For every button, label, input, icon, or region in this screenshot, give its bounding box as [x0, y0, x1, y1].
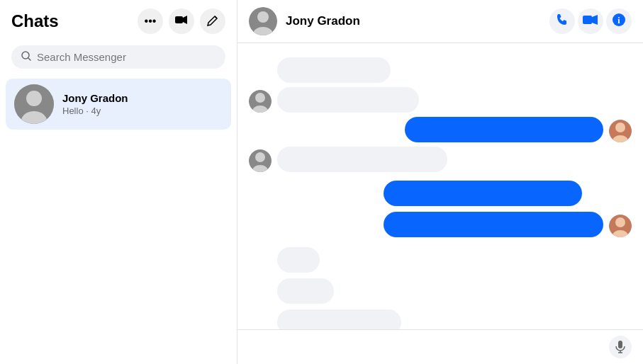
message-group — [277, 57, 391, 83]
svg-rect-10 — [583, 16, 592, 24]
message-avatar — [249, 149, 272, 172]
svg-line-3 — [28, 58, 30, 60]
message-row — [277, 57, 632, 83]
svg-point-5 — [26, 91, 42, 106]
message-row — [249, 87, 632, 113]
message-group — [277, 147, 447, 172]
svg-point-15 — [255, 93, 265, 103]
svg-point-24 — [615, 217, 625, 227]
message-row — [249, 117, 632, 142]
message-avatar — [249, 90, 272, 113]
video-icon — [175, 15, 188, 28]
chat-header-actions: i — [549, 8, 632, 34]
input-bar — [237, 329, 643, 364]
message-group — [277, 247, 419, 329]
sidebar-header-icons: ••• — [138, 8, 225, 34]
header-avatar — [249, 7, 277, 35]
message-bubble — [277, 57, 391, 83]
message-group — [384, 181, 603, 237]
call-button[interactable] — [549, 8, 575, 34]
svg-point-21 — [255, 152, 265, 162]
message-bubble — [277, 309, 401, 329]
compose-button[interactable] — [200, 8, 225, 34]
message-group — [277, 87, 419, 113]
search-icon — [21, 51, 31, 63]
chat-header-left: Jony Gradon — [249, 7, 360, 35]
message-bubble — [277, 247, 320, 273]
chat-name: Jony Gradon — [62, 92, 223, 104]
contact-avatar — [14, 84, 54, 124]
messages-area — [237, 43, 643, 329]
call-icon — [556, 13, 569, 30]
message-bubble — [384, 212, 603, 237]
chat-header: Jony Gradon — [237, 0, 643, 43]
message-row — [249, 181, 632, 237]
video-call-icon — [583, 14, 598, 29]
svg-rect-0 — [175, 16, 183, 23]
message-bubble — [405, 117, 603, 142]
message-row — [249, 147, 632, 172]
svg-rect-29 — [618, 341, 622, 348]
svg-marker-11 — [592, 15, 598, 25]
chat-info: Jony Gradon Hello · 4y — [62, 92, 223, 116]
more-options-button[interactable]: ••• — [138, 8, 163, 34]
svg-point-8 — [257, 11, 269, 23]
new-video-button[interactable] — [169, 8, 194, 34]
search-input[interactable] — [37, 51, 216, 63]
chat-preview: Hello · 4y — [62, 106, 223, 116]
more-icon: ••• — [145, 15, 157, 28]
message-bubble — [384, 181, 582, 206]
mic-button[interactable] — [609, 336, 632, 358]
svg-marker-1 — [183, 16, 187, 24]
chat-list: Jony Gradon Hello · 4y — [0, 77, 237, 364]
chat-item-jony-gradon[interactable]: Jony Gradon Hello · 4y — [6, 79, 231, 130]
my-avatar — [609, 120, 632, 142]
compose-icon — [207, 14, 219, 29]
message-bubble — [277, 87, 419, 113]
sidebar-header: Chats ••• — [0, 0, 237, 42]
info-button[interactable]: i — [606, 8, 632, 34]
info-icon: i — [612, 13, 626, 30]
search-bar[interactable] — [11, 45, 225, 69]
my-avatar — [609, 215, 632, 237]
svg-point-18 — [615, 123, 625, 132]
video-call-button[interactable] — [578, 8, 603, 34]
sidebar-title: Chats — [11, 11, 59, 31]
message-bubble — [277, 147, 447, 172]
main-chat: Jony Gradon — [237, 0, 643, 364]
message-bubble — [277, 278, 334, 304]
sidebar: Chats ••• — [0, 0, 237, 364]
message-group — [405, 117, 603, 142]
chat-header-name: Jony Gradon — [286, 14, 360, 28]
message-row — [277, 247, 632, 329]
